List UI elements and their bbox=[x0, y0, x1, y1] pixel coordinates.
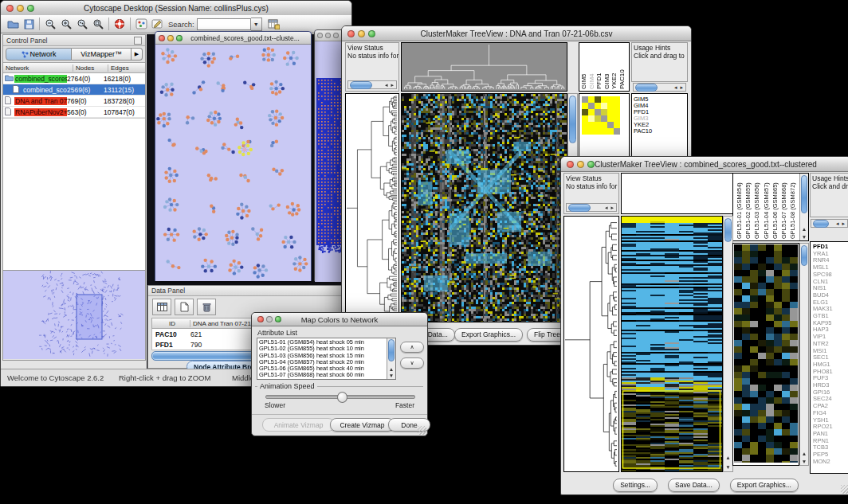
col-network[interactable]: Network bbox=[3, 64, 73, 72]
zoom-window-icon[interactable] bbox=[27, 5, 34, 12]
col-edges[interactable]: Edges bbox=[108, 64, 145, 72]
usage-hints-scrollbar[interactable]: ◂ ▸ bbox=[633, 83, 686, 92]
scrollbar-arrows[interactable]: ◂ ▸ bbox=[605, 205, 616, 211]
delete-attribute-icon[interactable] bbox=[197, 299, 216, 315]
array-label[interactable]: YKE2 bbox=[610, 45, 618, 89]
column-dendrogram-panel[interactable] bbox=[401, 42, 567, 92]
create-vizmap-button[interactable]: Create Vizmap bbox=[330, 418, 395, 432]
view-status-scrollbar[interactable]: ◂ ▸ bbox=[347, 80, 397, 89]
close-icon[interactable] bbox=[6, 5, 14, 12]
help-icon[interactable] bbox=[112, 18, 128, 31]
gene-labels-panel[interactable]: PFD1YRA1RNR4MSL1SPC98CLN1NIS1BUD4ELG1MAK… bbox=[810, 241, 848, 474]
animate-vizmap-button[interactable]: Animate Vizmap bbox=[262, 418, 335, 432]
close-icon[interactable] bbox=[257, 316, 264, 322]
scrollbar-down-icon[interactable]: ▼ bbox=[800, 459, 808, 464]
heatmap-panel[interactable] bbox=[401, 93, 567, 322]
float-panel-icon[interactable] bbox=[134, 37, 142, 45]
zoom-window-icon[interactable] bbox=[368, 30, 375, 37]
array-label[interactable]: PFD1 bbox=[595, 45, 603, 89]
export-graphics-button[interactable]: Export Graphics... bbox=[730, 479, 799, 492]
animation-speed-slider[interactable] bbox=[265, 395, 415, 399]
scrollbar-up-icon[interactable]: ▲ bbox=[387, 366, 395, 372]
usage-hints-scrollbar[interactable]: ◂ ▸ bbox=[811, 219, 848, 228]
scrollbar-up-icon[interactable]: ▲ bbox=[724, 455, 732, 460]
network-table-header[interactable]: Network Nodes Edges bbox=[3, 62, 145, 73]
resize-grip[interactable] bbox=[418, 426, 426, 435]
array-label[interactable]: GIM3 bbox=[603, 45, 611, 89]
network-row[interactable]: DNA and Tran 07769(0)183728(0) bbox=[3, 96, 145, 107]
main-titlebar[interactable]: Cytoscape Desktop (Session Name: collins… bbox=[1, 1, 351, 16]
array-label[interactable]: GPL51-08 (GSM872) bbox=[788, 175, 797, 239]
column-labels-vscrollbar[interactable]: ▲ ▼ bbox=[799, 174, 808, 240]
open-file-icon[interactable] bbox=[5, 18, 21, 31]
tab-network[interactable]: Network bbox=[6, 48, 72, 61]
attribute-item[interactable]: GPL51-07 (GSM868) heat shock 60 min bbox=[259, 372, 386, 378]
attribute-list-vscrollbar[interactable]: ▲ ▼ bbox=[387, 338, 395, 379]
zoom-window-icon[interactable] bbox=[587, 161, 595, 168]
resize-grip[interactable] bbox=[841, 485, 848, 494]
heatmap-canvas[interactable] bbox=[402, 94, 567, 322]
zoom-window-icon[interactable] bbox=[275, 316, 281, 322]
treeview-top-titlebar[interactable]: ClusterMaker TreeView : DNA and Tran 07-… bbox=[342, 26, 691, 41]
network-row[interactable]: RNAPuberNov2+|563(0)107847(0) bbox=[3, 107, 145, 118]
array-label[interactable]: GPL51-06 (GSM865) bbox=[771, 175, 779, 239]
scrollbar-arrows[interactable]: ◂ ▸ bbox=[674, 84, 685, 91]
tab-vizmapper[interactable]: VizMapper™ bbox=[72, 48, 132, 61]
scrollbar-thumb[interactable] bbox=[568, 204, 591, 212]
scrollbar-thumb[interactable] bbox=[635, 84, 658, 92]
array-label[interactable]: PAC10 bbox=[618, 45, 626, 89]
scrollbar-up-icon[interactable]: ▲ bbox=[800, 226, 808, 232]
array-label[interactable]: GPL51-04 (GSM857) bbox=[762, 175, 771, 239]
zoom-heatmap-canvas[interactable] bbox=[734, 244, 798, 463]
network-row[interactable]: combined_sco2569(6)13112(15) bbox=[3, 84, 145, 96]
scrollbar-down-icon[interactable]: ▼ bbox=[724, 464, 732, 470]
scrollbar-arrows[interactable]: ◂ ▸ bbox=[836, 221, 847, 227]
import-table-icon[interactable] bbox=[266, 18, 282, 31]
scrollbar-thumb[interactable] bbox=[724, 218, 732, 242]
column-dendrogram-panel[interactable] bbox=[621, 173, 733, 214]
attribute-list[interactable]: GPL51-01 (GSM854) heat shock 05 minGPL51… bbox=[257, 338, 396, 380]
birdseye-view[interactable] bbox=[3, 270, 145, 360]
column-dendrogram-canvas[interactable] bbox=[402, 43, 567, 91]
heatmap-canvas[interactable] bbox=[622, 217, 722, 471]
network-view-canvas[interactable] bbox=[155, 45, 311, 281]
annotation-icon[interactable] bbox=[149, 18, 165, 31]
close-icon[interactable] bbox=[317, 33, 323, 38]
array-label[interactable]: GPL51-01 (GSM854) bbox=[735, 175, 744, 239]
network-row[interactable]: combined_scores2764(0)16218(0) bbox=[3, 73, 145, 84]
scrollbar-thumb[interactable] bbox=[388, 339, 395, 361]
view-status-scrollbar[interactable]: ◂ ▸ bbox=[566, 203, 617, 212]
search-input[interactable] bbox=[197, 18, 251, 30]
zoom-view-panel[interactable] bbox=[732, 243, 799, 466]
gene-label[interactable]: PAC10 bbox=[634, 128, 685, 135]
gene-label[interactable]: MON2 bbox=[813, 459, 848, 466]
scrollbar-thumb[interactable] bbox=[801, 245, 807, 266]
vizmapper-icon[interactable] bbox=[133, 18, 149, 31]
column-labels-panel[interactable]: GIM5GIM4PFD1GIM3YKE2PAC10 bbox=[579, 42, 630, 92]
scrollbar-thumb[interactable] bbox=[801, 175, 807, 213]
row-dendrogram-canvas[interactable] bbox=[346, 94, 398, 322]
scrollbar-thumb[interactable] bbox=[813, 220, 829, 228]
birdseye-canvas[interactable] bbox=[3, 271, 145, 359]
move-up-button[interactable]: ∧ bbox=[400, 342, 424, 353]
zoom-selected-icon[interactable] bbox=[74, 18, 90, 31]
zoom-matrix-canvas[interactable] bbox=[582, 96, 620, 135]
close-icon[interactable] bbox=[347, 30, 355, 37]
minimize-icon[interactable] bbox=[17, 5, 24, 12]
zoom-window-icon[interactable] bbox=[176, 35, 183, 41]
save-icon[interactable] bbox=[21, 18, 37, 31]
array-label[interactable]: GPL51-02 (GSM855) bbox=[744, 175, 752, 239]
row-dendrogram-canvas[interactable] bbox=[564, 217, 618, 471]
scrollbar-thumb[interactable] bbox=[350, 81, 372, 89]
close-icon[interactable] bbox=[567, 161, 574, 168]
array-label[interactable]: GIM5 bbox=[580, 45, 588, 89]
zoom-view-vscrollbar[interactable]: ▲ ▼ bbox=[799, 243, 809, 466]
scrollbar-arrows[interactable]: ◂ ▸ bbox=[385, 82, 396, 88]
new-attribute-icon[interactable] bbox=[175, 299, 194, 315]
zoom-out-icon[interactable] bbox=[42, 18, 58, 31]
scrollbar-thumb[interactable] bbox=[569, 96, 576, 143]
minimize-icon[interactable] bbox=[577, 161, 584, 168]
scrollbar-down-icon[interactable]: ▼ bbox=[387, 373, 395, 378]
minimize-icon[interactable] bbox=[325, 33, 331, 38]
settings-button[interactable]: Settings... bbox=[613, 479, 658, 492]
